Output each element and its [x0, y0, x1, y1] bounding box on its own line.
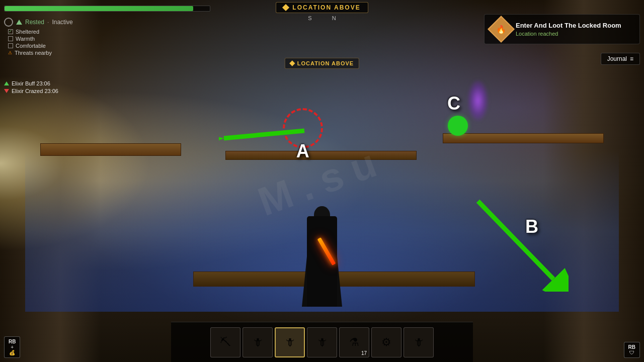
- compass-background: LOCATION ABOVE: [276, 2, 368, 13]
- hotbar-slot-6[interactable]: ⚙: [371, 327, 401, 357]
- slot-5-icon: ⚗: [349, 336, 359, 349]
- quest-panel: Enter And Loot The Locked Room Location …: [484, 14, 640, 44]
- marker-c: C: [447, 93, 460, 114]
- hotbar-slot-4[interactable]: 🗡: [307, 327, 337, 357]
- buff-panel: Elixir Buff 23:06 Elixir Crazed 23:06: [4, 80, 58, 96]
- location-marker-icon: [289, 60, 295, 66]
- quest-text-container: Enter And Loot The Locked Room Location …: [516, 22, 632, 37]
- status-threats: ⚠ Threats nearby: [8, 50, 73, 56]
- rb-key-label: RB: [9, 339, 16, 344]
- hotbar-slot-5[interactable]: ⚗ 17: [339, 327, 369, 357]
- plus-icon: +: [11, 344, 14, 350]
- buff-elixir-crazed-label: Elixir Crazed 23:06: [12, 88, 58, 94]
- slot-7-icon: 🗡: [413, 336, 424, 349]
- warmth-label: Warmth: [16, 36, 35, 42]
- journal-icon: ≡: [630, 55, 633, 62]
- comfortable-label: Comfortable: [16, 43, 46, 49]
- checkbox-comfortable: [8, 43, 13, 48]
- rb-gold-button[interactable]: RB + 💰: [4, 336, 20, 358]
- rested-label: Rested: [25, 19, 44, 26]
- hotbar-slot-7[interactable]: 🗡: [404, 327, 434, 357]
- status-circle-icon: [4, 18, 13, 27]
- buff-elixir-down: Elixir Crazed 23:06: [4, 88, 58, 94]
- hotbar: ⛏ 🗡 🗡 🗡 ⚗ 17 ⚙ 🗡: [171, 322, 473, 362]
- location-marker: LOCATION ABOVE: [285, 58, 359, 69]
- slot-5-count: 17: [361, 350, 367, 356]
- status-sheltered: Sheltered: [8, 29, 73, 35]
- buff-elixir-up: Elixir Buff 23:06: [4, 80, 58, 86]
- marker-b: B: [525, 216, 538, 237]
- compass-bar: LOCATION ABOVE: [236, 0, 408, 15]
- quest-title: Enter And Loot The Locked Room: [516, 22, 632, 30]
- marker-a: A: [296, 141, 309, 162]
- sheltered-label: Sheltered: [16, 29, 39, 35]
- checkbox-warmth: [8, 36, 13, 41]
- compass-location-text: LOCATION ABOVE: [292, 4, 360, 11]
- hotbar-slot-2[interactable]: 🗡: [243, 327, 273, 357]
- warning-icon: ⚠: [8, 50, 12, 55]
- compass-letters: S N: [308, 15, 336, 21]
- magic-effect: [468, 80, 488, 121]
- rested-icon: [16, 20, 22, 25]
- slot-3-icon: 🗡: [284, 336, 295, 349]
- rb-shield-button[interactable]: RB 🛡: [624, 342, 640, 358]
- slot-4-icon: 🗡: [316, 336, 328, 349]
- platform-right: [443, 133, 604, 143]
- gold-icon: 💰: [9, 350, 15, 355]
- buff-down-arrow: [4, 89, 9, 93]
- location-marker-text: LOCATION ABOVE: [297, 60, 354, 66]
- slot-2-icon: 🗡: [252, 336, 263, 349]
- platform-center: [225, 151, 417, 160]
- slot-1-icon: ⛏: [220, 336, 231, 349]
- hotbar-right-button: RB 🛡: [624, 342, 640, 358]
- hotbar-slot-3-active[interactable]: 🗡: [275, 327, 305, 357]
- status-warmth: Warmth: [8, 36, 73, 42]
- buff-up-arrow: [4, 81, 9, 85]
- rb-right-key: RB: [628, 344, 635, 350]
- separator: ·: [47, 19, 49, 26]
- compass-s: S: [308, 15, 311, 21]
- journal-label: Journal: [607, 55, 627, 62]
- buff-elixir-up-label: Elixir Buff 23:06: [12, 80, 50, 86]
- status-items-list: Sheltered Warmth Comfortable ⚠ Threats n…: [8, 29, 73, 56]
- health-bar-container: [4, 4, 210, 15]
- hotbar-slot-1[interactable]: ⛏: [210, 327, 240, 357]
- slot-6-icon: ⚙: [381, 336, 391, 349]
- quest-status: Location reached: [516, 31, 632, 37]
- health-bar-background: [4, 6, 210, 12]
- journal-button[interactable]: Journal ≡: [601, 53, 640, 65]
- status-panel: Rested · Inactive Sheltered Warmth Comfo…: [4, 18, 73, 57]
- shield-icon: 🛡: [629, 350, 634, 355]
- hotbar-left-buttons: RB + 💰: [4, 336, 20, 358]
- compass-n: N: [332, 15, 336, 21]
- status-comfortable: Comfortable: [8, 43, 73, 49]
- checkbox-sheltered: [8, 29, 13, 34]
- threats-label: Threats nearby: [15, 50, 52, 56]
- platform-left: [40, 143, 181, 156]
- inactive-label: Inactive: [52, 19, 72, 26]
- player-character: [299, 196, 345, 307]
- health-bar-fill: [5, 6, 193, 11]
- status-title-row: Rested · Inactive: [4, 18, 73, 27]
- quest-icon: [488, 16, 515, 43]
- location-diamond-icon: [282, 4, 289, 11]
- point-of-interest-c: [448, 116, 468, 136]
